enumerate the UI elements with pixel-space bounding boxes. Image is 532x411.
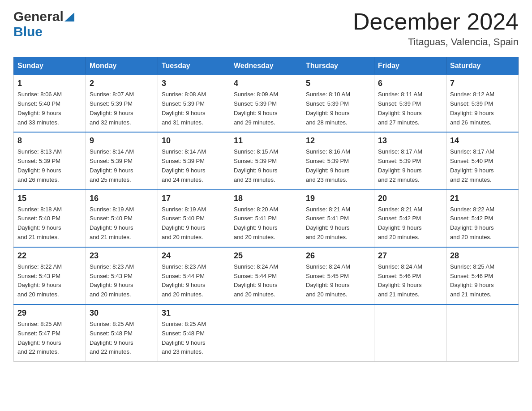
calendar-cell: 27 Sunrise: 8:24 AM Sunset: 5:46 PM Dayl… xyxy=(374,247,446,304)
day-info: Sunrise: 8:21 AM Sunset: 5:41 PM Dayligh… xyxy=(306,205,370,242)
day-info: Sunrise: 8:25 AM Sunset: 5:48 PM Dayligh… xyxy=(162,320,226,357)
day-info: Sunrise: 8:19 AM Sunset: 5:40 PM Dayligh… xyxy=(90,205,154,242)
day-number: 26 xyxy=(306,251,370,261)
day-number: 10 xyxy=(162,136,226,146)
calendar-header-row: SundayMondayTuesdayWednesdayThursdayFrid… xyxy=(14,57,519,75)
col-header-wednesday: Wednesday xyxy=(230,57,302,75)
calendar-cell: 16 Sunrise: 8:19 AM Sunset: 5:40 PM Dayl… xyxy=(86,190,158,247)
day-number: 16 xyxy=(90,194,154,203)
calendar-cell: 8 Sunrise: 8:13 AM Sunset: 5:39 PM Dayli… xyxy=(14,132,86,189)
day-info: Sunrise: 8:24 AM Sunset: 5:46 PM Dayligh… xyxy=(378,262,442,300)
day-info: Sunrise: 8:24 AM Sunset: 5:44 PM Dayligh… xyxy=(234,262,298,300)
calendar-cell: 15 Sunrise: 8:18 AM Sunset: 5:40 PM Dayl… xyxy=(14,190,86,247)
day-number: 30 xyxy=(90,308,154,318)
day-info: Sunrise: 8:18 AM Sunset: 5:40 PM Dayligh… xyxy=(17,205,82,242)
calendar-cell: 26 Sunrise: 8:24 AM Sunset: 5:45 PM Dayl… xyxy=(302,247,374,304)
calendar-cell: 10 Sunrise: 8:14 AM Sunset: 5:39 PM Dayl… xyxy=(158,132,230,189)
calendar-cell: 24 Sunrise: 8:23 AM Sunset: 5:44 PM Dayl… xyxy=(158,247,230,304)
calendar-week-row: 8 Sunrise: 8:13 AM Sunset: 5:39 PM Dayli… xyxy=(14,132,519,189)
day-info: Sunrise: 8:19 AM Sunset: 5:40 PM Dayligh… xyxy=(162,205,226,242)
day-number: 6 xyxy=(378,79,442,88)
day-info: Sunrise: 8:14 AM Sunset: 5:39 PM Dayligh… xyxy=(90,147,154,184)
calendar-cell xyxy=(230,304,302,362)
calendar-week-row: 22 Sunrise: 8:22 AM Sunset: 5:43 PM Dayl… xyxy=(14,247,519,304)
calendar-cell: 7 Sunrise: 8:12 AM Sunset: 5:39 PM Dayli… xyxy=(446,75,519,132)
day-number: 25 xyxy=(234,251,298,261)
day-number: 27 xyxy=(378,251,442,261)
calendar-cell: 5 Sunrise: 8:10 AM Sunset: 5:39 PM Dayli… xyxy=(302,75,374,132)
day-info: Sunrise: 8:25 AM Sunset: 5:48 PM Dayligh… xyxy=(90,320,154,357)
calendar-cell: 14 Sunrise: 8:17 AM Sunset: 5:40 PM Dayl… xyxy=(446,132,519,189)
calendar-week-row: 29 Sunrise: 8:25 AM Sunset: 5:47 PM Dayl… xyxy=(14,304,519,362)
col-header-monday: Monday xyxy=(86,57,158,75)
calendar-cell xyxy=(446,304,519,362)
calendar-cell: 13 Sunrise: 8:17 AM Sunset: 5:39 PM Dayl… xyxy=(374,132,446,189)
page-header: General Blue December 2024 Titaguas, Val… xyxy=(13,9,519,48)
calendar-cell: 20 Sunrise: 8:21 AM Sunset: 5:42 PM Dayl… xyxy=(374,190,446,247)
calendar-week-row: 1 Sunrise: 8:06 AM Sunset: 5:40 PM Dayli… xyxy=(14,75,519,132)
day-number: 21 xyxy=(450,194,515,203)
calendar-week-row: 15 Sunrise: 8:18 AM Sunset: 5:40 PM Dayl… xyxy=(14,190,519,247)
day-info: Sunrise: 8:21 AM Sunset: 5:42 PM Dayligh… xyxy=(378,205,442,242)
calendar-cell: 31 Sunrise: 8:25 AM Sunset: 5:48 PM Dayl… xyxy=(158,304,230,362)
day-number: 29 xyxy=(17,308,82,318)
calendar-cell: 11 Sunrise: 8:15 AM Sunset: 5:39 PM Dayl… xyxy=(230,132,302,189)
calendar-cell: 25 Sunrise: 8:24 AM Sunset: 5:44 PM Dayl… xyxy=(230,247,302,304)
title-block: December 2024 Titaguas, Valencia, Spain xyxy=(353,9,519,48)
day-info: Sunrise: 8:14 AM Sunset: 5:39 PM Dayligh… xyxy=(162,147,226,184)
day-number: 31 xyxy=(162,308,226,318)
day-number: 22 xyxy=(17,251,82,261)
day-info: Sunrise: 8:23 AM Sunset: 5:44 PM Dayligh… xyxy=(162,262,226,300)
day-number: 7 xyxy=(450,79,515,88)
day-info: Sunrise: 8:12 AM Sunset: 5:39 PM Dayligh… xyxy=(450,90,515,127)
day-info: Sunrise: 8:16 AM Sunset: 5:39 PM Dayligh… xyxy=(306,147,370,184)
day-info: Sunrise: 8:07 AM Sunset: 5:39 PM Dayligh… xyxy=(90,90,154,127)
calendar-table: SundayMondayTuesdayWednesdayThursdayFrid… xyxy=(13,57,519,362)
col-header-sunday: Sunday xyxy=(14,57,86,75)
col-header-tuesday: Tuesday xyxy=(158,57,230,75)
col-header-saturday: Saturday xyxy=(446,57,519,75)
calendar-cell: 21 Sunrise: 8:22 AM Sunset: 5:42 PM Dayl… xyxy=(446,190,519,247)
calendar-cell: 6 Sunrise: 8:11 AM Sunset: 5:39 PM Dayli… xyxy=(374,75,446,132)
day-number: 5 xyxy=(306,79,370,88)
day-number: 14 xyxy=(450,136,515,146)
day-info: Sunrise: 8:15 AM Sunset: 5:39 PM Dayligh… xyxy=(234,147,298,184)
day-info: Sunrise: 8:22 AM Sunset: 5:43 PM Dayligh… xyxy=(17,262,82,300)
location-title: Titaguas, Valencia, Spain xyxy=(353,36,519,48)
day-info: Sunrise: 8:25 AM Sunset: 5:46 PM Dayligh… xyxy=(450,262,515,300)
calendar-cell xyxy=(374,304,446,362)
calendar-cell: 12 Sunrise: 8:16 AM Sunset: 5:39 PM Dayl… xyxy=(302,132,374,189)
day-info: Sunrise: 8:17 AM Sunset: 5:39 PM Dayligh… xyxy=(378,147,442,184)
day-number: 18 xyxy=(234,194,298,203)
svg-marker-0 xyxy=(64,13,74,21)
day-number: 8 xyxy=(17,136,82,146)
month-title: December 2024 xyxy=(353,9,519,34)
day-info: Sunrise: 8:25 AM Sunset: 5:47 PM Dayligh… xyxy=(17,320,82,357)
day-number: 1 xyxy=(17,79,82,88)
day-info: Sunrise: 8:23 AM Sunset: 5:43 PM Dayligh… xyxy=(90,262,154,300)
day-info: Sunrise: 8:24 AM Sunset: 5:45 PM Dayligh… xyxy=(306,262,370,300)
day-number: 2 xyxy=(90,79,154,88)
logo: General Blue xyxy=(13,9,74,39)
day-info: Sunrise: 8:22 AM Sunset: 5:42 PM Dayligh… xyxy=(450,205,515,242)
day-number: 11 xyxy=(234,136,298,146)
col-header-thursday: Thursday xyxy=(302,57,374,75)
day-number: 9 xyxy=(90,136,154,146)
calendar-cell: 18 Sunrise: 8:20 AM Sunset: 5:41 PM Dayl… xyxy=(230,190,302,247)
day-number: 3 xyxy=(162,79,226,88)
calendar-cell: 3 Sunrise: 8:08 AM Sunset: 5:39 PM Dayli… xyxy=(158,75,230,132)
day-number: 24 xyxy=(162,251,226,261)
day-number: 15 xyxy=(17,194,82,203)
day-number: 20 xyxy=(378,194,442,203)
day-number: 17 xyxy=(162,194,226,203)
calendar-cell: 2 Sunrise: 8:07 AM Sunset: 5:39 PM Dayli… xyxy=(86,75,158,132)
logo-general-text: General xyxy=(13,9,64,24)
calendar-cell: 29 Sunrise: 8:25 AM Sunset: 5:47 PM Dayl… xyxy=(14,304,86,362)
day-info: Sunrise: 8:08 AM Sunset: 5:39 PM Dayligh… xyxy=(162,90,226,127)
calendar-cell: 22 Sunrise: 8:22 AM Sunset: 5:43 PM Dayl… xyxy=(14,247,86,304)
day-number: 4 xyxy=(234,79,298,88)
day-info: Sunrise: 8:06 AM Sunset: 5:40 PM Dayligh… xyxy=(17,90,82,127)
calendar-cell: 30 Sunrise: 8:25 AM Sunset: 5:48 PM Dayl… xyxy=(86,304,158,362)
calendar-cell xyxy=(302,304,374,362)
calendar-cell: 1 Sunrise: 8:06 AM Sunset: 5:40 PM Dayli… xyxy=(14,75,86,132)
